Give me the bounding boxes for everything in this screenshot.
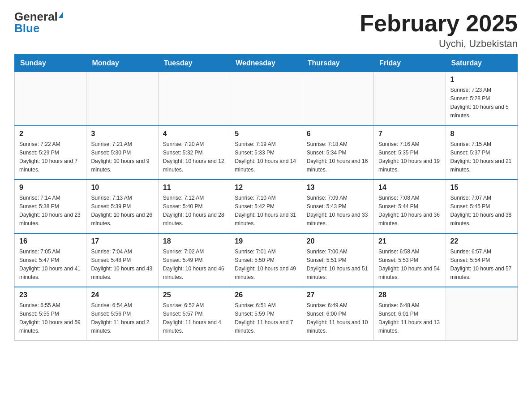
day-number: 20 <box>307 237 369 245</box>
col-wednesday: Wednesday <box>230 55 302 72</box>
logo-blue-text: Blue <box>14 22 39 34</box>
calendar-cell: 9 Sunrise: 7:14 AMSunset: 5:38 PMDayligh… <box>15 180 86 233</box>
day-info: Sunrise: 6:49 AMSunset: 6:00 PMDaylight:… <box>307 302 368 334</box>
calendar-cell: 17 Sunrise: 7:04 AMSunset: 5:48 PMDaylig… <box>86 233 158 287</box>
location-title: Uychi, Uzbekistan <box>360 38 518 50</box>
calendar-cell: 24 Sunrise: 6:54 AMSunset: 5:56 PMDaylig… <box>86 287 158 341</box>
calendar-cell: 10 Sunrise: 7:13 AMSunset: 5:39 PMDaylig… <box>86 180 158 233</box>
calendar-cell: 13 Sunrise: 7:09 AMSunset: 5:43 PMDaylig… <box>302 180 373 233</box>
calendar-cell: 1 Sunrise: 7:23 AMSunset: 5:28 PMDayligh… <box>446 72 517 126</box>
day-number: 14 <box>378 184 441 192</box>
col-friday: Friday <box>374 55 446 72</box>
calendar-cell: 16 Sunrise: 7:05 AMSunset: 5:47 PMDaylig… <box>15 233 86 287</box>
calendar-cell: 6 Sunrise: 7:18 AMSunset: 5:34 PMDayligh… <box>302 126 373 180</box>
calendar-cell: 3 Sunrise: 7:21 AMSunset: 5:30 PMDayligh… <box>86 126 158 180</box>
day-number: 6 <box>307 130 369 138</box>
month-title: February 2025 <box>360 11 518 36</box>
col-sunday: Sunday <box>15 55 86 72</box>
calendar-cell: 28 Sunrise: 6:48 AMSunset: 6:01 PMDaylig… <box>374 287 446 341</box>
day-number: 4 <box>163 130 225 138</box>
calendar-cell <box>302 72 373 126</box>
day-number: 28 <box>378 291 441 299</box>
calendar-cell <box>158 72 230 126</box>
calendar-cell: 12 Sunrise: 7:10 AMSunset: 5:42 PMDaylig… <box>230 180 302 233</box>
day-number: 11 <box>163 184 225 192</box>
calendar-cell: 23 Sunrise: 6:55 AMSunset: 5:55 PMDaylig… <box>15 287 86 341</box>
calendar-cell: 5 Sunrise: 7:19 AMSunset: 5:33 PMDayligh… <box>230 126 302 180</box>
day-info: Sunrise: 7:00 AMSunset: 5:51 PMDaylight:… <box>307 248 368 280</box>
calendar-table: Sunday Monday Tuesday Wednesday Thursday… <box>14 54 518 341</box>
day-number: 7 <box>378 130 441 138</box>
logo-general-text: General <box>14 11 58 22</box>
day-info: Sunrise: 7:14 AMSunset: 5:38 PMDaylight:… <box>19 195 81 227</box>
day-number: 5 <box>235 130 297 138</box>
calendar-cell: 25 Sunrise: 6:52 AMSunset: 5:57 PMDaylig… <box>158 287 230 341</box>
day-number: 18 <box>163 237 225 245</box>
day-number: 21 <box>378 237 441 245</box>
day-number: 3 <box>91 130 153 138</box>
calendar-cell: 20 Sunrise: 7:00 AMSunset: 5:51 PMDaylig… <box>302 233 373 287</box>
calendar-cell <box>374 72 446 126</box>
calendar-cell: 15 Sunrise: 7:07 AMSunset: 5:45 PMDaylig… <box>446 180 517 233</box>
day-info: Sunrise: 7:16 AMSunset: 5:35 PMDaylight:… <box>378 141 440 173</box>
page-header: General Blue February 2025 Uychi, Uzbeki… <box>14 11 518 50</box>
day-info: Sunrise: 7:10 AMSunset: 5:42 PMDaylight:… <box>235 195 296 227</box>
calendar-cell: 4 Sunrise: 7:20 AMSunset: 5:32 PMDayligh… <box>158 126 230 180</box>
day-info: Sunrise: 7:01 AMSunset: 5:50 PMDaylight:… <box>235 248 296 280</box>
calendar-cell <box>15 72 86 126</box>
day-info: Sunrise: 6:48 AMSunset: 6:01 PMDaylight:… <box>378 302 440 334</box>
day-info: Sunrise: 6:58 AMSunset: 5:53 PMDaylight:… <box>378 248 440 280</box>
calendar-cell: 11 Sunrise: 7:12 AMSunset: 5:40 PMDaylig… <box>158 180 230 233</box>
day-number: 10 <box>91 184 153 192</box>
day-info: Sunrise: 7:09 AMSunset: 5:43 PMDaylight:… <box>307 195 368 227</box>
day-number: 19 <box>235 237 297 245</box>
calendar-cell: 27 Sunrise: 6:49 AMSunset: 6:00 PMDaylig… <box>302 287 373 341</box>
calendar-cell: 22 Sunrise: 6:57 AMSunset: 5:54 PMDaylig… <box>446 233 517 287</box>
calendar-cell: 2 Sunrise: 7:22 AMSunset: 5:29 PMDayligh… <box>15 126 86 180</box>
calendar-cell: 21 Sunrise: 6:58 AMSunset: 5:53 PMDaylig… <box>374 233 446 287</box>
day-info: Sunrise: 7:04 AMSunset: 5:48 PMDaylight:… <box>91 248 152 280</box>
day-info: Sunrise: 6:54 AMSunset: 5:56 PMDaylight:… <box>91 302 149 334</box>
day-info: Sunrise: 7:13 AMSunset: 5:39 PMDaylight:… <box>91 195 152 227</box>
day-number: 17 <box>91 237 153 245</box>
day-number: 15 <box>450 184 513 192</box>
calendar-cell: 8 Sunrise: 7:15 AMSunset: 5:37 PMDayligh… <box>446 126 517 180</box>
calendar-cell: 7 Sunrise: 7:16 AMSunset: 5:35 PMDayligh… <box>374 126 446 180</box>
day-number: 1 <box>450 76 513 84</box>
day-info: Sunrise: 7:21 AMSunset: 5:30 PMDaylight:… <box>91 141 149 173</box>
day-number: 16 <box>19 237 82 245</box>
day-number: 8 <box>450 130 513 138</box>
day-info: Sunrise: 7:15 AMSunset: 5:37 PMDaylight:… <box>450 141 512 173</box>
day-info: Sunrise: 7:23 AMSunset: 5:28 PMDaylight:… <box>450 87 509 119</box>
day-info: Sunrise: 6:52 AMSunset: 5:57 PMDaylight:… <box>163 302 221 334</box>
col-tuesday: Tuesday <box>158 55 230 72</box>
day-number: 26 <box>235 291 297 299</box>
logo-triangle-icon <box>59 12 63 18</box>
calendar-cell <box>446 287 517 341</box>
calendar-cell: 19 Sunrise: 7:01 AMSunset: 5:50 PMDaylig… <box>230 233 302 287</box>
day-info: Sunrise: 7:20 AMSunset: 5:32 PMDaylight:… <box>163 141 224 173</box>
day-number: 2 <box>19 130 82 138</box>
calendar-header-row: Sunday Monday Tuesday Wednesday Thursday… <box>15 55 518 72</box>
day-number: 24 <box>91 291 153 299</box>
calendar-cell <box>86 72 158 126</box>
day-number: 9 <box>19 184 82 192</box>
day-info: Sunrise: 6:55 AMSunset: 5:55 PMDaylight:… <box>19 302 81 334</box>
day-number: 27 <box>307 291 369 299</box>
calendar-cell: 18 Sunrise: 7:02 AMSunset: 5:49 PMDaylig… <box>158 233 230 287</box>
day-info: Sunrise: 7:02 AMSunset: 5:49 PMDaylight:… <box>163 248 224 280</box>
logo: General Blue <box>14 11 63 34</box>
col-monday: Monday <box>86 55 158 72</box>
title-block: February 2025 Uychi, Uzbekistan <box>360 11 518 50</box>
calendar-cell <box>230 72 302 126</box>
day-number: 22 <box>450 237 513 245</box>
day-info: Sunrise: 7:07 AMSunset: 5:45 PMDaylight:… <box>450 195 512 227</box>
day-number: 25 <box>163 291 225 299</box>
day-info: Sunrise: 7:18 AMSunset: 5:34 PMDaylight:… <box>307 141 368 173</box>
calendar-cell: 14 Sunrise: 7:08 AMSunset: 5:44 PMDaylig… <box>374 180 446 233</box>
day-info: Sunrise: 7:05 AMSunset: 5:47 PMDaylight:… <box>19 248 81 280</box>
col-saturday: Saturday <box>446 55 517 72</box>
day-info: Sunrise: 7:08 AMSunset: 5:44 PMDaylight:… <box>378 195 440 227</box>
day-number: 13 <box>307 184 369 192</box>
day-number: 23 <box>19 291 82 299</box>
